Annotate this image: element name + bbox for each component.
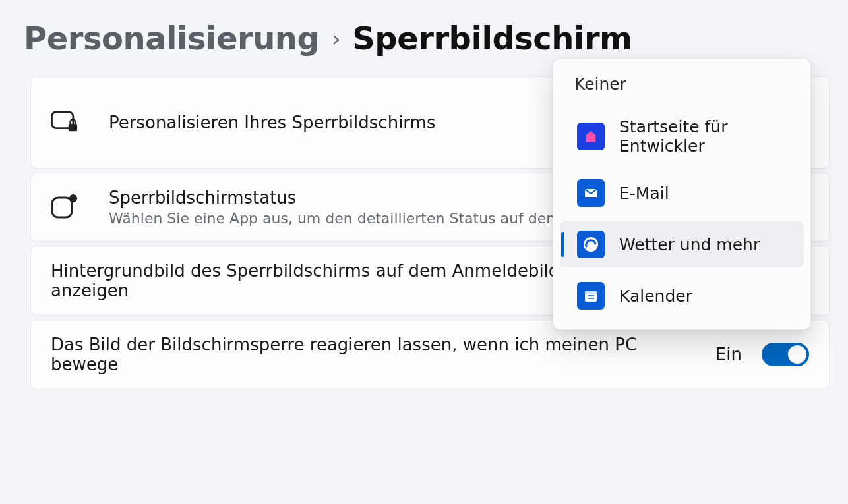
flyout-option-mail[interactable]: E-Mail [560,170,804,216]
svg-rect-2 [52,198,72,217]
flyout-option-none[interactable]: Keiner [560,65,804,105]
row-react-move-title: Das Bild der Bildschirmsperre reagieren … [51,335,685,374]
page-title: Sperrbildschirm [352,20,632,57]
chevron-right-icon: › [331,25,340,52]
flyout-item-label: Wetter und mehr [619,235,760,254]
flyout-option-weather[interactable]: Wetter und mehr [560,221,804,267]
flyout-item-label: E-Mail [619,184,669,203]
weather-icon [577,231,605,258]
status-app-flyout: Keiner Startseite für Entwickler E-Mail … [553,58,811,330]
calendar-icon [577,282,605,310]
monitor-lock-icon [51,109,78,136]
toggle-state-label: Ein [715,345,742,364]
flyout-option-dev-home[interactable]: Startseite für Entwickler [560,108,804,165]
flyout-option-calendar[interactable]: Kalender [560,273,804,319]
flyout-item-label: Startseite für Entwickler [619,117,792,155]
breadcrumb-parent[interactable]: Personalisierung [24,20,319,57]
dev-home-icon [577,123,605,150]
mail-icon [577,179,605,207]
toggle-react-move[interactable] [762,343,809,366]
svg-point-3 [69,194,77,202]
app-status-icon [51,194,78,221]
svg-rect-1 [69,124,77,131]
svg-rect-7 [585,291,597,294]
flyout-item-label: Kalender [619,287,692,306]
